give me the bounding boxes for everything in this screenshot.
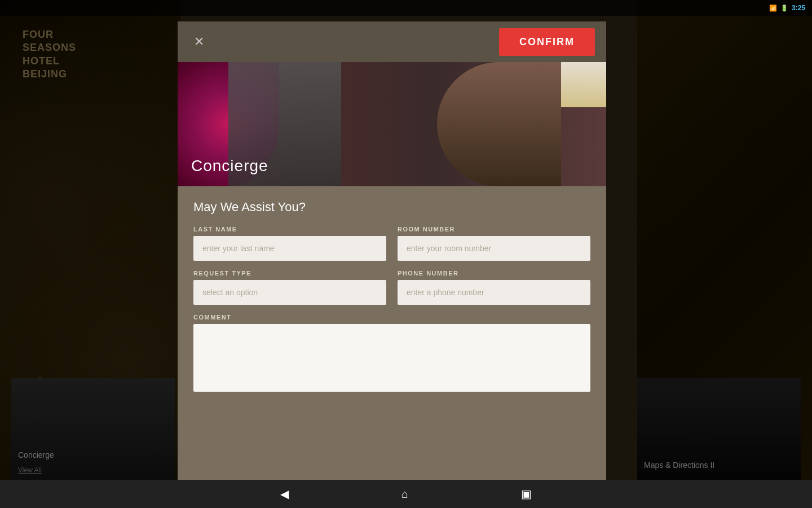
- modal-hero-image: Concierge: [178, 62, 606, 186]
- phone-number-input[interactable]: [398, 280, 590, 305]
- room-number-input[interactable]: [398, 236, 590, 261]
- request-type-label: REQUEST TYPE: [193, 270, 386, 277]
- comment-textarea[interactable]: [193, 324, 590, 392]
- last-name-group: LAST NAME: [193, 226, 386, 261]
- comment-label: COMMENT: [193, 314, 590, 321]
- last-name-input[interactable]: [193, 236, 386, 261]
- request-type-input[interactable]: [193, 280, 386, 305]
- wifi-icon: 📶: [769, 5, 777, 12]
- form-row-2: REQUEST TYPE PHONE NUMBER: [193, 270, 590, 305]
- back-button[interactable]: ◀: [280, 487, 289, 501]
- recent-apps-button[interactable]: ▣: [521, 487, 532, 501]
- phone-number-group: PHONE NUMBER: [398, 270, 590, 305]
- comment-group: COMMENT: [193, 314, 590, 394]
- close-button[interactable]: ✕: [189, 32, 209, 52]
- hero-lamp: [561, 62, 606, 107]
- modal-header: ✕ CONFIRM: [178, 21, 606, 62]
- hero-title: Concierge: [191, 157, 268, 175]
- room-number-label: ROOM NUMBER: [398, 226, 590, 233]
- room-number-group: ROOM NUMBER: [398, 226, 590, 261]
- concierge-form: May We Assist You? LAST NAME ROOM NUMBER…: [178, 186, 606, 480]
- modal-dialog: ✕ CONFIRM Concierge May We Assist You? L…: [178, 21, 606, 480]
- form-title: May We Assist You?: [193, 200, 590, 214]
- hero-concierge-person: [437, 62, 561, 186]
- last-name-label: LAST NAME: [193, 226, 386, 233]
- request-type-group: REQUEST TYPE: [193, 270, 386, 305]
- navigation-bar: ◀ ⌂ ▣: [0, 480, 812, 508]
- battery-icon: 🔋: [780, 5, 788, 12]
- status-icons: 📶 🔋 3:25: [769, 4, 805, 12]
- phone-number-label: PHONE NUMBER: [398, 270, 590, 277]
- form-row-1: LAST NAME ROOM NUMBER: [193, 226, 590, 261]
- home-button[interactable]: ⌂: [401, 488, 408, 501]
- status-time: 3:25: [792, 4, 805, 12]
- status-bar: 📶 🔋 3:25: [0, 0, 812, 16]
- confirm-button[interactable]: CONFIRM: [499, 28, 595, 56]
